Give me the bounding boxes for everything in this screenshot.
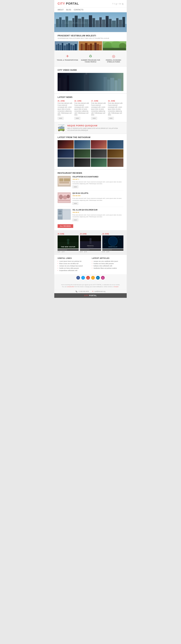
news-btn-3[interactable]: more: [91, 117, 97, 120]
article-link-1[interactable]: Aenean nec arcu vestibular dolor ipsum: [92, 260, 124, 262]
useful-link-1[interactable]: Lorem ipsum lorem non pulvinar dui: [58, 260, 89, 262]
insta-photo-11[interactable]: [91, 158, 107, 167]
forward-link[interactable]: forward: [114, 286, 118, 288]
promo-banner: 🚎 NEQUE PORRO QUISQUAM SED UT PERSPICIAT…: [54, 122, 127, 134]
news-btn-2[interactable]: more: [74, 117, 80, 120]
news-btn-1[interactable]: more: [58, 117, 64, 120]
useful-link-2[interactable]: Etiam cursus nec vel tellus null: [58, 263, 89, 264]
review-btn-3[interactable]: more: [72, 218, 78, 221]
review-content-1: VOLUPTATEM ACCUSANTIUMED ★★★½☆ Proin dui…: [72, 176, 124, 188]
insta-photo-8[interactable]: [107, 149, 124, 158]
svg-rect-15: [100, 17, 102, 27]
review-desc-2: Proin duis element velit. Fusce euismod …: [72, 198, 124, 201]
svg-point-75: [59, 195, 63, 199]
svg-rect-30: [58, 44, 59, 50]
svg-rect-63: [107, 80, 110, 91]
svg-rect-2: [56, 19, 59, 27]
svg-rect-58: [64, 79, 66, 91]
insta-photo-12[interactable]: [107, 158, 124, 167]
instagram-icon[interactable]: ig: [122, 3, 124, 5]
news-text-4: Proin duis element velit. Fusce euismod …: [108, 102, 124, 116]
footer-contact: 📞 +1 800 555 9535 ✉ mail@domain.org: [54, 290, 127, 293]
article-link-2[interactable]: Facilisis orci lortus ultrle posuere: [92, 263, 124, 264]
footer-instagram-icon[interactable]: ig: [101, 276, 105, 280]
svg-point-99: [118, 237, 119, 238]
nav-blog[interactable]: BLOG: [66, 9, 71, 11]
insta-photo-9[interactable]: [58, 158, 74, 167]
headline-section: PRAESENT VESTIBULUM MOLESTI SUSPENDISSE …: [54, 32, 127, 41]
insta-photo-10[interactable]: [74, 158, 90, 167]
insta-photo-4[interactable]: [107, 140, 124, 149]
summer-icon: ♻: [80, 54, 101, 58]
svg-rect-18: [109, 19, 112, 27]
svg-rect-35: [68, 43, 70, 50]
article-link-4[interactable]: Vestibulum libero est pulvinar sceleris: [92, 267, 124, 269]
insta-photo-5[interactable]: [58, 149, 74, 158]
svg-rect-10: [82, 17, 84, 27]
news-btn-4[interactable]: more: [108, 117, 114, 120]
rss-icon[interactable]: r: [118, 3, 118, 5]
event-stats-2: 84 ♥ 15 ✉: [80, 251, 101, 252]
svg-rect-83: [58, 212, 62, 214]
video-guide-title: CITY VIDEO GUIDE: [58, 69, 124, 71]
insta-photo-1[interactable]: [58, 140, 74, 149]
footer-rss-icon[interactable]: r: [91, 276, 95, 280]
hero-image: [54, 12, 127, 32]
photo-1: [55, 41, 78, 50]
header: CITY PORTAL f t g r in ig: [54, 0, 127, 8]
review-content-2: QUI IN EA VOLUPTA ★★★★★ Proin duis eleme…: [72, 192, 124, 205]
svg-rect-71: [59, 182, 69, 182]
svg-point-98: [106, 238, 106, 238]
news-text-1: Proin duis element velit. Fusce euismod …: [58, 102, 73, 116]
useful-link-4[interactable]: Facilisi orci lortus ultrle posuere: [58, 267, 89, 269]
review-btn-1[interactable]: more: [72, 186, 78, 188]
insta-photo-2[interactable]: [74, 140, 90, 149]
instagram-section: LATEST FROM THE INSTAGRAM: [54, 134, 127, 169]
headline-subtitle: SUSPENDISSE SOLLICITUDIN VELIT SED LEO U…: [58, 38, 124, 39]
review-btn-2[interactable]: more: [72, 202, 78, 205]
svg-rect-20: [116, 18, 118, 27]
svg-rect-64: [110, 78, 114, 91]
googleplus-icon[interactable]: g: [116, 3, 117, 5]
event-poster-3[interactable]: HIDDEN VALLEY: [102, 236, 124, 248]
nav-contacts[interactable]: CONTACTS: [74, 9, 84, 11]
facebook-icon[interactable]: f: [112, 3, 113, 5]
svg-rect-38: [74, 44, 77, 50]
unsubscribe-link[interactable]: unsubscribe: [67, 286, 74, 288]
event-poster-2[interactable]: IMMORTAL TANAMATSA: [80, 236, 101, 248]
article-link-3[interactable]: Nullanec etros sollicitudin velit: [92, 265, 124, 267]
twitter-icon[interactable]: t: [114, 3, 114, 5]
insta-photo-7[interactable]: [91, 149, 107, 158]
svg-rect-44: [88, 45, 90, 50]
useful-link-3[interactable]: Aenean nec arcu tristique lacus ipsum: [58, 265, 89, 267]
svg-rect-82: [58, 210, 62, 212]
insta-photo-6[interactable]: [74, 149, 90, 158]
footer-googleplus-icon[interactable]: g: [86, 276, 90, 280]
svg-rect-46: [92, 44, 94, 50]
svg-rect-8: [75, 16, 78, 27]
svg-rect-32: [62, 43, 63, 50]
svg-rect-60: [84, 74, 89, 91]
insta-photo-3[interactable]: [91, 140, 107, 149]
useful-link-5[interactable]: Suspendisse sollicitudes velit: [58, 270, 89, 271]
photo-3: [103, 41, 126, 50]
footer-facebook-icon[interactable]: f: [76, 276, 80, 280]
svg-rect-33: [64, 46, 66, 50]
bottom-logo-city: CITY: [84, 295, 89, 296]
footer-twitter-icon[interactable]: t: [81, 276, 85, 280]
footer-linkedin-icon[interactable]: in: [96, 276, 100, 280]
nav-about[interactable]: ABOUT: [58, 9, 64, 11]
film-strip-3: [102, 249, 124, 250]
latest-articles-col: LATEST ARTICLES Aenean nec arcu vestibul…: [92, 257, 124, 272]
instagram-title: LATEST FROM THE INSTAGRAM: [58, 136, 124, 138]
svg-point-77: [67, 195, 70, 198]
linkedin-icon[interactable]: in: [119, 3, 121, 5]
event-poster-1[interactable]: THE NEW VISITOR: [58, 236, 79, 248]
latest-articles-title: LATEST ARTICLES: [92, 257, 124, 259]
useful-links-title: USEFUL LINKS: [58, 257, 89, 259]
video-container[interactable]: ▶: [58, 73, 124, 91]
footer-disclaimer-text: You're receiving this email because you …: [58, 284, 124, 288]
svg-rect-12: [89, 15, 92, 27]
svg-rect-49: [99, 45, 101, 50]
all-reviews-button[interactable]: ALL REVIEWS: [58, 224, 73, 228]
